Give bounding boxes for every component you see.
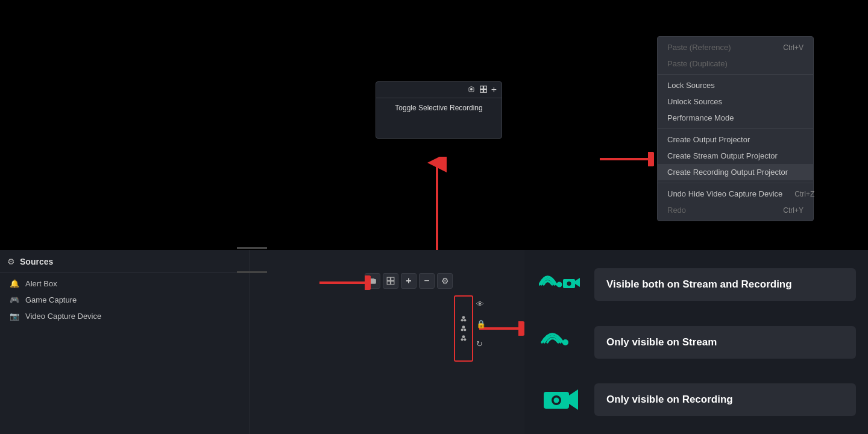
svg-point-16 (464, 319, 466, 321)
game-capture-icon: 🎮 (10, 295, 19, 304)
stream-recording-icon (539, 266, 582, 303)
svg-rect-1 (480, 86, 483, 89)
menu-lock-sources[interactable]: Lock Sources (658, 77, 813, 93)
svg-marker-33 (569, 389, 578, 410)
source-item-game-capture[interactable]: 🎮 Game Capture (0, 292, 250, 308)
info-row-stream: Only visible on Stream (536, 318, 856, 366)
svg-point-30 (567, 281, 571, 286)
menu-paste-dup: Paste (Duplicate) (658, 55, 813, 72)
alert-box-icon: 🔔 (10, 279, 19, 288)
scene-btn[interactable] (383, 273, 398, 289)
recording-only-icon (539, 381, 582, 418)
info-icon-recording (536, 379, 585, 421)
preview-popup-header: + (376, 82, 502, 98)
info-label-stream: Only visible on Stream (594, 326, 856, 359)
eye-icon[interactable]: 👁 (476, 300, 486, 309)
menu-create-output[interactable]: Create Output Projector (658, 131, 813, 148)
preview-popup: + Toggle Selective Recording (376, 81, 502, 139)
menu-perf-mode[interactable]: Performance Mode (658, 110, 813, 126)
source-label-game-capture: Game Capture (25, 295, 77, 304)
h-line-2 (237, 271, 267, 273)
h-line-1 (237, 247, 267, 249)
menu-sep-3 (658, 183, 813, 183)
menu-redo: Redo Ctrl+Y (658, 202, 813, 218)
info-row-recording: Only visible on Recording (536, 376, 856, 424)
info-text-stream: Only visible on Stream (606, 336, 717, 348)
svg-rect-9 (391, 277, 394, 280)
video-capture-icon: 📷 (10, 312, 19, 321)
info-panel: Visible both on Stream and Recording Onl… (524, 250, 868, 434)
source-toolbar: + − ⚙ (365, 273, 453, 289)
info-icon-stream (536, 321, 585, 363)
svg-point-14 (462, 316, 465, 319)
popup-camera-icon[interactable] (467, 85, 476, 95)
svg-rect-11 (391, 281, 394, 285)
lock-icon[interactable]: 🔒 (476, 319, 486, 329)
svg-point-19 (464, 329, 466, 331)
svg-point-15 (461, 319, 464, 321)
selective-recording-box (454, 295, 473, 362)
source-item-alert-box[interactable]: 🔔 Alert Box (0, 275, 250, 292)
popup-add-icon[interactable]: + (491, 84, 497, 95)
info-label-both: Visible both on Stream and Recording (594, 268, 856, 301)
info-text-both: Visible both on Stream and Recording (606, 278, 792, 291)
sources-header: ⚙ Sources (0, 250, 250, 273)
svg-point-18 (461, 329, 464, 331)
sources-panel: ⚙ Sources 🔔 Alert Box 🎮 Game Capture 📷 V… (0, 250, 250, 434)
svg-point-31 (562, 339, 568, 345)
sel-rec-icons (459, 315, 468, 342)
svg-point-17 (462, 326, 465, 329)
menu-sep-2 (658, 128, 813, 129)
minus-btn[interactable]: − (419, 273, 435, 289)
source-label-video-capture: Video Capture Device (25, 312, 101, 321)
menu-create-recording[interactable]: Create Recording Output Projector (658, 164, 813, 180)
svg-point-35 (554, 397, 559, 403)
arrow-up (422, 157, 452, 253)
svg-point-21 (461, 338, 464, 341)
info-row-both: Visible both on Stream and Recording (536, 260, 856, 309)
menu-unlock-sources[interactable]: Unlock Sources (658, 93, 813, 110)
menu-undo-hide[interactable]: Undo Hide Video Capture Device Ctrl+Z (658, 186, 813, 202)
source-item-video-capture[interactable]: 📷 Video Capture Device (0, 308, 250, 324)
gear-icon[interactable]: ⚙ (7, 257, 15, 266)
info-label-recording: Only visible on Recording (594, 383, 856, 416)
sel-icon-2 (459, 324, 468, 333)
menu-paste-ref[interactable]: Paste (Reference) Ctrl+V (658, 39, 813, 55)
reload-icon[interactable]: ↻ (476, 339, 486, 348)
popup-scene-icon[interactable] (479, 85, 488, 95)
info-text-recording: Only visible on Recording (606, 394, 733, 406)
svg-marker-29 (575, 278, 580, 287)
svg-rect-10 (387, 281, 390, 285)
sel-icon-1 (459, 315, 468, 323)
arrow-right-sel (479, 321, 524, 336)
svg-rect-2 (483, 86, 486, 89)
svg-point-22 (464, 338, 466, 341)
source-label-alert-box: Alert Box (25, 279, 57, 288)
preview-popup-body: Toggle Selective Recording (376, 98, 502, 118)
context-menu: Paste (Reference) Ctrl+V Paste (Duplicat… (657, 36, 814, 221)
settings-source-btn[interactable]: ⚙ (437, 273, 453, 289)
menu-sep-1 (658, 74, 813, 75)
sources-title: Sources (20, 257, 53, 266)
svg-point-27 (557, 282, 562, 288)
add-source-btn[interactable]: + (401, 273, 417, 289)
arrow-right-context (600, 152, 654, 166)
sel-icon-3 (459, 334, 468, 342)
svg-rect-8 (387, 277, 390, 280)
sources-list: 🔔 Alert Box 🎮 Game Capture 📷 Video Captu… (0, 273, 250, 327)
svg-point-0 (470, 87, 473, 90)
stream-only-icon (539, 324, 582, 361)
arrow-right-toolbar (319, 275, 371, 290)
svg-point-20 (462, 335, 465, 338)
sel-side-buttons: 👁 🔒 ↻ (476, 300, 486, 348)
svg-rect-3 (480, 89, 483, 92)
info-icon-both (536, 263, 585, 306)
svg-rect-4 (483, 89, 486, 92)
menu-create-stream[interactable]: Create Stream Output Projector (658, 148, 813, 164)
